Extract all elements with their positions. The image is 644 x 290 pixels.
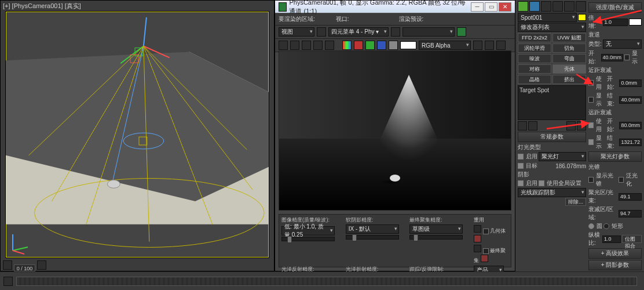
rgb-icon[interactable]: [342, 41, 352, 50]
far-start-spin[interactable]: 80.0mm: [619, 122, 642, 129]
overshoot-checkbox[interactable]: [619, 177, 624, 183]
alpha-icon[interactable]: [389, 41, 398, 50]
mod-noise[interactable]: 噪波: [518, 54, 551, 63]
rect-radio[interactable]: [603, 223, 609, 229]
r-channel-icon[interactable]: [354, 41, 363, 50]
window-min-button[interactable]: ─: [471, 2, 484, 12]
toggle-icon[interactable]: [496, 41, 506, 50]
mod-ffd[interactable]: FFD 2x2x2: [518, 33, 551, 42]
decay-type-dropdown[interactable]: 无: [603, 39, 642, 49]
fg-clear-icon[interactable]: [481, 255, 488, 262]
stack-item[interactable]: Target Spot: [519, 87, 549, 93]
near-use-checkbox[interactable]: [588, 80, 594, 86]
preset-dropdown[interactable]: [402, 27, 455, 37]
far-use-checkbox[interactable]: [588, 122, 594, 128]
fg-swatch[interactable]: [400, 41, 416, 49]
mod-bevel[interactable]: 切角: [552, 44, 586, 53]
section-shadow-params[interactable]: + 阴影参数: [588, 260, 642, 270]
stack-show-icon[interactable]: [528, 121, 537, 130]
falloff-spin[interactable]: 94.7: [619, 210, 642, 217]
geom-checkbox[interactable]: [483, 229, 489, 234]
mod-melt[interactable]: 晶格: [518, 75, 551, 84]
prev-key-icon[interactable]: [3, 260, 12, 270]
section-general[interactable]: 常规参数: [518, 132, 586, 142]
window-close-button[interactable]: ✕: [499, 2, 511, 12]
hotspot-spin[interactable]: 49.1: [619, 193, 642, 201]
stack-del-icon[interactable]: [577, 121, 586, 130]
section-spotlight[interactable]: 聚光灯参数: [588, 151, 642, 162]
clone-icon[interactable]: [302, 41, 311, 50]
decay-show-checkbox[interactable]: [624, 55, 630, 60]
window-max-button[interactable]: ▭: [485, 2, 497, 12]
img-precision-slider[interactable]: [281, 237, 335, 241]
light-enable-checkbox[interactable]: [518, 154, 524, 160]
hierarchy-tab-icon[interactable]: [541, 1, 551, 12]
channel-dropdown[interactable]: RGB Alpha: [419, 41, 471, 50]
mod-turbo[interactable]: 涡轮平滑: [518, 44, 551, 53]
fg-precision-value[interactable]: 草图级: [409, 224, 463, 234]
shadow-type-dropdown[interactable]: 光线跟踪阴影: [518, 188, 586, 197]
far-show-checkbox[interactable]: [588, 139, 594, 145]
time-slider[interactable]: [16, 277, 637, 286]
global-checkbox[interactable]: [539, 180, 544, 186]
lock-fg-icon[interactable]: [474, 245, 481, 252]
fg-precision-slider[interactable]: [409, 235, 463, 240]
object-color-swatch[interactable]: [578, 14, 586, 21]
modifier-stack[interactable]: Target Spot: [518, 85, 586, 120]
region-icon[interactable]: [317, 27, 326, 37]
exclude-button[interactable]: 排除...: [565, 198, 586, 206]
viewport-panel[interactable]: [+] [PhysCamera001] [真实]: [0, 0, 275, 271]
mod-bend[interactable]: 弯曲: [552, 54, 586, 63]
utilities-tab-icon[interactable]: [576, 1, 586, 12]
timeline-config-icon[interactable]: [3, 277, 13, 286]
render-canvas[interactable]: [279, 50, 511, 211]
g-channel-icon[interactable]: [365, 41, 375, 50]
print-icon[interactable]: [313, 41, 323, 50]
mod-shell[interactable]: 壳体: [552, 64, 586, 74]
display-tab-icon[interactable]: [564, 1, 575, 12]
motion-tab-icon[interactable]: [552, 1, 563, 12]
b-channel-icon[interactable]: [377, 41, 386, 50]
display-icon[interactable]: [473, 41, 482, 50]
bitmap-fit-button[interactable]: 位图拟合: [622, 235, 642, 243]
light-color-swatch[interactable]: [629, 19, 642, 26]
mod-sym[interactable]: 对称: [518, 64, 551, 74]
far-end-spin[interactable]: 1321.72: [619, 139, 642, 146]
viewport-canvas[interactable]: [5, 11, 269, 258]
modify-tab-icon[interactable]: [529, 1, 540, 12]
lock-icon[interactable]: [391, 27, 400, 37]
create-tab-icon[interactable]: [518, 1, 528, 12]
clear-icon[interactable]: [325, 41, 334, 50]
stack-pin-icon[interactable]: [518, 121, 527, 130]
near-show-checkbox[interactable]: [588, 97, 594, 103]
shadow-enable-checkbox[interactable]: [518, 180, 524, 186]
near-end-spin[interactable]: 40.0mm: [619, 96, 642, 104]
circle-radio[interactable]: [588, 223, 594, 229]
object-name-field[interactable]: Spot001: [518, 13, 577, 22]
copy-icon[interactable]: [290, 41, 299, 50]
section-advanced[interactable]: + 高级效果: [588, 248, 642, 259]
img-precision-value[interactable]: 低: 最小 1.0, 质量 0.25: [281, 226, 335, 235]
target-checkbox[interactable]: [518, 163, 524, 169]
area-dropdown[interactable]: 视图: [279, 27, 314, 37]
render-button[interactable]: [457, 27, 466, 37]
stack-config-icon[interactable]: [566, 121, 576, 130]
overlay-icon[interactable]: [485, 41, 494, 50]
multiplier-spin[interactable]: 1.0: [603, 19, 628, 26]
mod-uvw[interactable]: UVW 贴图: [552, 33, 586, 42]
light-type-dropdown[interactable]: 聚光灯: [539, 152, 586, 161]
save-icon[interactable]: [279, 41, 288, 50]
decay-start-spin[interactable]: 40.0mm: [601, 54, 624, 61]
fg-checkbox[interactable]: [483, 248, 489, 254]
aspect-spin[interactable]: 1.0: [602, 235, 621, 243]
show-cone-checkbox[interactable]: [588, 177, 594, 183]
geom-clear-icon[interactable]: [474, 235, 481, 242]
lock-geom-icon[interactable]: [474, 225, 481, 233]
next-key-icon[interactable]: [37, 260, 46, 270]
mod-extr[interactable]: 挤出: [552, 75, 586, 84]
section-intensity[interactable]: 强度/颜色/衰减: [588, 2, 642, 13]
soft-shadow-value[interactable]: IX - 默认: [346, 224, 399, 234]
soft-shadow-slider[interactable]: [346, 235, 399, 240]
near-start-spin[interactable]: 0.0mm: [619, 79, 642, 87]
viewport-dropdown[interactable]: 四元菜单 4 - Phy ▾: [328, 27, 389, 37]
